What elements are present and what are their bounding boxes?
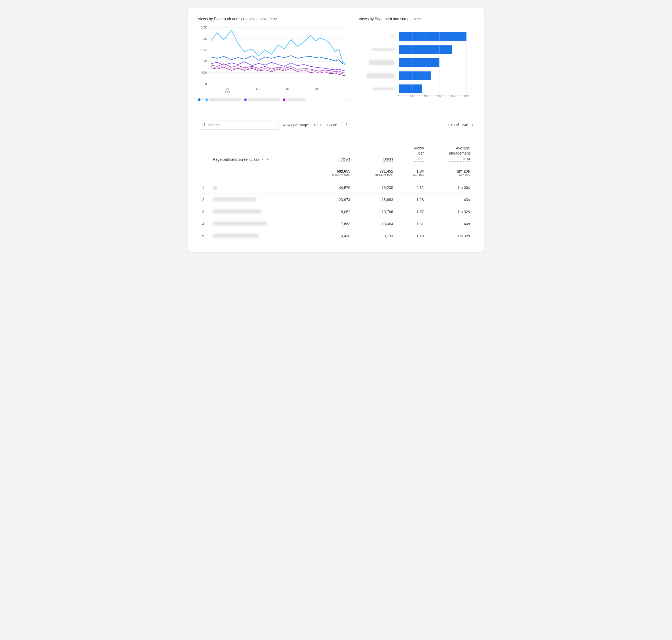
total-views: 682,655 100% of total (312, 165, 354, 181)
col-header-page-label: Page path and screen class (213, 157, 259, 162)
col-header-num (198, 137, 208, 165)
col-header-page[interactable]: Page path and screen class + (208, 137, 312, 165)
bar-chart-section: Views by Page path and screen class (359, 17, 474, 102)
svg-text:1.5K: 1.5K (201, 48, 207, 52)
col-header-aet[interactable]: Averageengagementtime (428, 137, 474, 165)
legend-next-button[interactable]: › (344, 97, 348, 102)
row-2-views: 23,974 (312, 193, 354, 206)
total-aet: 1m 20s Avg 0% (428, 165, 474, 181)
goto-label: Go to: (327, 123, 337, 127)
svg-text:30K: 30K (437, 95, 442, 98)
legend-prev-button[interactable]: ‹ (339, 97, 343, 102)
line-chart-svg: 2.5K 2K 1.5K 1K 500 0 04 Feb 11 18 25 (198, 25, 348, 94)
row-2-users: 18,683 (354, 193, 397, 206)
col-header-vpu[interactable]: Viewsperuser (397, 137, 428, 165)
svg-text:10K: 10K (410, 95, 415, 98)
svg-text:04: 04 (226, 87, 229, 90)
svg-text:40K: 40K (451, 95, 455, 98)
row-2-aet: 43s (428, 193, 474, 206)
line-chart-section: Views by Page path and screen class over… (198, 17, 348, 102)
rows-per-page-label: Rows per page: (283, 123, 309, 127)
pagination-prev-button[interactable]: ‹ (441, 122, 445, 128)
row-3-page (208, 206, 312, 218)
bar-chart-title: Views by Page path and screen class (359, 17, 474, 21)
legend-dot-slash (198, 98, 201, 101)
table-toolbar: Rows per page: 10 Go to: ‹ 1-10 of 1246 … (198, 117, 474, 132)
bar-5 (399, 84, 422, 93)
bar-chart-svg: 0 10K 20K 30K 40K 50K (359, 25, 474, 100)
row-2-page (208, 193, 312, 206)
pagination-next-button[interactable]: › (470, 122, 474, 128)
row-4-page-blurred (213, 222, 267, 225)
row-2-num: 2 (198, 193, 208, 206)
row-1-num: 1 (198, 181, 208, 193)
col-header-views[interactable]: ↓Views (312, 137, 354, 165)
svg-text:2.5K: 2.5K (201, 26, 207, 29)
row-4-users: 13,464 (354, 218, 397, 230)
legend-item-slash: / (198, 98, 203, 102)
pagination: ‹ 1-10 of 1246 › (441, 122, 474, 128)
row-1-page (208, 181, 312, 193)
table-row: 2 23,974 18,683 1.28 43s (198, 193, 474, 206)
row-3-users: 10,786 (354, 206, 397, 218)
svg-text:50K: 50K (465, 95, 469, 98)
legend-blurred-2 (248, 98, 280, 101)
row-1-vpu: 2.32 (397, 181, 428, 193)
goto-input[interactable] (341, 122, 352, 127)
legend-blurred-3 (287, 98, 305, 101)
data-table: Page path and screen class + ↓Views User… (198, 137, 474, 242)
search-icon (201, 122, 206, 128)
bar-1 (399, 32, 467, 41)
sort-arrow-icon: ↓ (337, 157, 339, 161)
bar-2 (399, 45, 452, 54)
search-wrap[interactable] (198, 120, 278, 130)
table-row: 4 17,663 13,464 1.31 44s (198, 218, 474, 230)
bar-chart-wrap: 0 10K 20K 30K 40K 50K (359, 25, 474, 100)
row-5-page-blurred (213, 234, 259, 237)
row-2-vpu: 1.28 (397, 193, 428, 206)
svg-text:1K: 1K (204, 60, 207, 63)
svg-text:20K: 20K (424, 95, 428, 98)
row-1-aet: 1m 00s (428, 181, 474, 193)
line-chart-wrap: 2.5K 2K 1.5K 1K 500 0 04 Feb 11 18 25 (198, 25, 348, 94)
search-input[interactable] (208, 123, 275, 127)
row-5-page (208, 230, 312, 242)
pagination-text: 1-10 of 1246 (447, 123, 468, 127)
row-3-page-blurred (213, 210, 261, 213)
row-4-vpu: 1.31 (397, 218, 428, 230)
add-column-button[interactable]: + (265, 157, 271, 162)
charts-row: Views by Page path and screen class over… (198, 17, 474, 102)
table-row: 5 14,438 9,733 1.48 1m 32s (198, 230, 474, 242)
legend-dot-3 (283, 98, 286, 101)
row-3-vpu: 1.67 (397, 206, 428, 218)
table-row: 3 18,052 10,786 1.67 1m 32s (198, 206, 474, 218)
row-4-page (208, 218, 312, 230)
table-section: Rows per page: 10 Go to: ‹ 1-10 of 1246 … (198, 117, 474, 242)
table-header-row: Page path and screen class + ↓Views User… (198, 137, 474, 165)
row-1-views: 44,570 (312, 181, 354, 193)
svg-text:18: 18 (286, 87, 289, 90)
row-2-page-blurred (213, 198, 256, 201)
col-header-users[interactable]: Users (354, 137, 397, 165)
bar-3 (399, 58, 439, 67)
svg-text:25: 25 (315, 87, 319, 90)
svg-text:2K: 2K (204, 37, 207, 40)
svg-text:11: 11 (256, 87, 259, 90)
row-5-aet: 1m 32s (428, 230, 474, 242)
legend-item-3 (283, 98, 305, 101)
row-5-vpu: 1.48 (397, 230, 428, 242)
total-users: 371,451 100% of total (354, 165, 397, 181)
row-3-views: 18,052 (312, 206, 354, 218)
main-card: Views by Page path and screen class over… (188, 8, 484, 252)
row-1-page-icon (213, 186, 217, 190)
total-vpu: 1.84 Avg 0% (397, 165, 428, 181)
table-totals-row: 682,655 100% of total 371,451 100% of to… (198, 165, 474, 181)
legend-navigation: ‹ › (339, 97, 348, 102)
row-1-users: 19,230 (354, 181, 397, 193)
row-4-aet: 44s (428, 218, 474, 230)
svg-point-30 (202, 123, 205, 125)
row-3-aet: 1m 32s (428, 206, 474, 218)
row-5-views: 14,438 (312, 230, 354, 242)
legend-item-1 (205, 98, 242, 101)
rows-per-page-select[interactable]: 10 (313, 123, 323, 127)
